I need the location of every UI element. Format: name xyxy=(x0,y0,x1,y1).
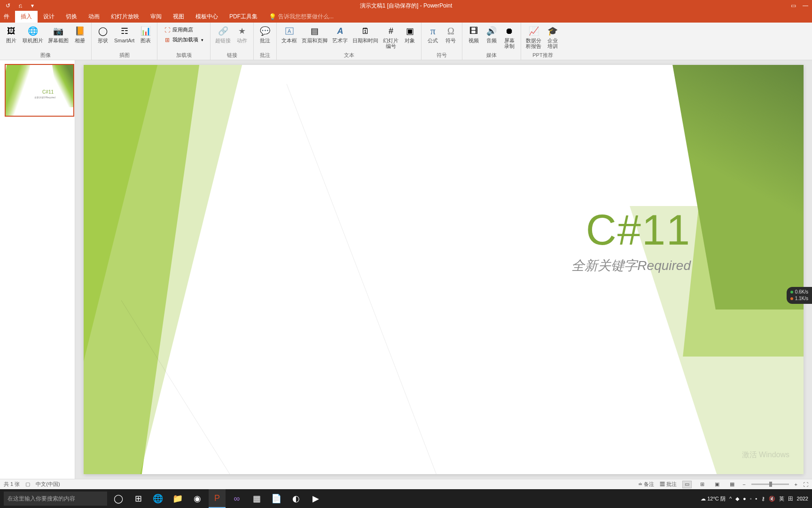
taskbar-app-icon-1[interactable]: ▦ xyxy=(248,489,265,508)
group-label-media: 媒体 xyxy=(465,51,518,60)
tab-transitions[interactable]: 切换 xyxy=(60,11,83,23)
tray-icon-2[interactable]: ● xyxy=(743,496,746,501)
comments-button[interactable]: ☰ 批注 xyxy=(660,481,677,488)
action-button[interactable]: ★动作 xyxy=(234,24,250,44)
language-label[interactable]: 中文(中国) xyxy=(36,481,60,488)
taskbar-app-icon-2[interactable]: 📄 xyxy=(268,489,285,508)
tab-pdf-tools[interactable]: PDF工具集 xyxy=(224,11,263,23)
online-pictures-button[interactable]: 🌐联机图片 xyxy=(21,24,45,44)
slide-canvas-area[interactable]: C#11 全新关键字Required 激活 Windows xyxy=(75,60,812,479)
tray-ime-mode[interactable]: 田 xyxy=(788,495,793,502)
shapes-button[interactable]: ◯形状 xyxy=(94,24,111,44)
video-button[interactable]: 🎞视频 xyxy=(465,24,482,44)
tab-view[interactable]: 视图 xyxy=(167,11,190,23)
chart-button[interactable]: 📊图表 xyxy=(137,24,154,44)
slide-number-button[interactable]: #幻灯片 编号 xyxy=(381,24,400,50)
tab-design[interactable]: 设计 xyxy=(38,11,60,23)
title-bar: ↺ ⎌ ▾ 演示文稿1 [自动保存的] - PowerPoint ▭ — xyxy=(0,0,812,11)
taskbar-search[interactable]: 在这里输入你要搜索的内容 xyxy=(4,492,107,506)
download-speed: 1.1K/s xyxy=(795,296,808,301)
tab-animations[interactable]: 动画 xyxy=(83,11,105,23)
group-label-illustrations: 插图 xyxy=(94,51,154,60)
tray-network-icon[interactable]: ⚷ xyxy=(761,496,765,502)
tray-icon-3[interactable]: ◦ xyxy=(750,496,752,501)
equation-icon: π xyxy=(427,25,438,37)
taskbar-app-icon-4[interactable]: ▶ xyxy=(307,489,324,508)
tab-file[interactable]: 件 xyxy=(0,11,15,23)
corp-training-button[interactable]: 🎓企业 培训 xyxy=(544,24,561,50)
zoom-in-button[interactable]: + xyxy=(795,482,797,487)
undo-icon[interactable]: ↺ xyxy=(4,1,12,10)
fit-window-button[interactable]: ⛶ xyxy=(803,482,808,487)
weather-widget[interactable]: ☁ 12°C 阴 xyxy=(701,495,726,502)
minimize-icon[interactable]: — xyxy=(803,2,808,9)
redo-icon[interactable]: ⎌ xyxy=(16,1,24,10)
taskbar-cortana-icon[interactable]: ◯ xyxy=(110,489,127,508)
pictures-button[interactable]: 🖼图片 xyxy=(3,24,20,44)
tray-icon-4[interactable]: ▪ xyxy=(756,496,757,501)
object-button[interactable]: ▣对象 xyxy=(401,24,418,44)
screenshot-button[interactable]: 📷屏幕截图 xyxy=(46,24,70,44)
group-label-comments: 批注 xyxy=(257,51,273,60)
slide-subtitle[interactable]: 全新关键字Required xyxy=(571,257,691,275)
comment-icon: 💬 xyxy=(259,25,271,37)
audio-icon: 🔊 xyxy=(486,25,497,37)
tab-review[interactable]: 审阅 xyxy=(145,11,167,23)
store-button[interactable]: ⛶应用商店 xyxy=(162,25,205,34)
globe-picture-icon: 🌐 xyxy=(27,25,39,37)
slideshow-view-button[interactable]: ▦ xyxy=(727,481,737,488)
tab-insert[interactable]: 插入 xyxy=(15,11,38,23)
tray-ime-lang[interactable]: 英 xyxy=(779,495,784,502)
tab-slideshow[interactable]: 幻灯片放映 xyxy=(105,11,145,23)
training-icon: 🎓 xyxy=(547,25,558,37)
video-icon: 🎞 xyxy=(468,25,479,37)
audio-button[interactable]: 🔊音频 xyxy=(483,24,500,44)
sorter-view-button[interactable]: ⊞ xyxy=(697,481,707,488)
object-icon: ▣ xyxy=(404,25,415,37)
ribbon-display-icon[interactable]: ▭ xyxy=(791,2,796,9)
quick-access-toolbar: ↺ ⎌ ▾ xyxy=(0,1,37,10)
tray-volume-icon[interactable]: 🔇 xyxy=(769,496,775,502)
reading-view-button[interactable]: ▣ xyxy=(712,481,722,488)
taskbar-explorer-icon[interactable]: 📁 xyxy=(169,489,186,508)
tray-date[interactable]: 2022 xyxy=(797,496,808,501)
symbol-button[interactable]: Ω符号 xyxy=(442,24,459,44)
wordart-button[interactable]: A艺术字 xyxy=(330,24,350,44)
upload-speed: 0.6K/s xyxy=(795,289,808,294)
spellcheck-icon[interactable]: ▢ xyxy=(25,481,30,487)
tell-me-search[interactable]: 💡 告诉我您想要做什么... xyxy=(269,13,334,23)
taskbar-taskview-icon[interactable]: ⊞ xyxy=(130,489,147,508)
smartart-button[interactable]: ☶SmartArt xyxy=(112,24,136,44)
tray-chevron-up-icon[interactable]: ^ xyxy=(729,496,732,501)
taskbar-powerpoint-icon[interactable]: P xyxy=(209,489,226,508)
slide-thumbnail-1[interactable]: C#11 全新关键字Required xyxy=(2,64,73,117)
group-media: 🎞视频 🔊音频 ⏺屏幕 录制 媒体 xyxy=(462,23,521,60)
taskbar-app-icon-3[interactable]: ◐ xyxy=(288,489,304,508)
tray-icon-1[interactable]: ◆ xyxy=(735,496,739,502)
textbox-button[interactable]: A文本框 xyxy=(280,24,299,44)
system-tray: ☁ 12°C 阴 ^ ◆ ● ◦ ▪ ⚷ 🔇 英 田 2022 xyxy=(701,495,808,502)
zoom-handle[interactable] xyxy=(769,482,772,487)
my-addins-button[interactable]: ⊞我的加载项▾ xyxy=(162,35,205,44)
datetime-button[interactable]: 🗓日期和时间 xyxy=(351,24,380,44)
slide-1[interactable]: C#11 全新关键字Required 激活 Windows xyxy=(84,65,804,474)
equation-button[interactable]: π公式 xyxy=(424,24,441,44)
header-footer-button[interactable]: ▤页眉和页脚 xyxy=(300,24,329,44)
normal-view-button[interactable]: ▭ xyxy=(682,481,692,488)
hyperlink-button[interactable]: 🔗超链接 xyxy=(213,24,233,44)
data-report-button[interactable]: 📈数据分 析报告 xyxy=(524,24,543,50)
zoom-slider[interactable] xyxy=(751,484,789,485)
qat-more-icon[interactable]: ▾ xyxy=(28,1,37,10)
taskbar-visualstudio-icon[interactable]: ∞ xyxy=(228,489,245,508)
zoom-out-button[interactable]: − xyxy=(742,482,745,487)
picture-icon: 🖼 xyxy=(6,25,17,37)
symbol-icon: Ω xyxy=(445,25,456,37)
comment-button[interactable]: 💬批注 xyxy=(257,24,273,44)
screen-recording-button[interactable]: ⏺屏幕 录制 xyxy=(501,24,518,50)
taskbar-chrome-icon[interactable]: ◉ xyxy=(189,489,206,508)
taskbar-edge-icon[interactable]: 🌐 xyxy=(149,489,166,508)
slide-title[interactable]: C#11 xyxy=(586,206,691,254)
photo-album-button[interactable]: 📙相册 xyxy=(71,24,88,44)
notes-button[interactable]: ≐ 备注 xyxy=(638,481,654,488)
tab-template-center[interactable]: 模板中心 xyxy=(190,11,224,23)
